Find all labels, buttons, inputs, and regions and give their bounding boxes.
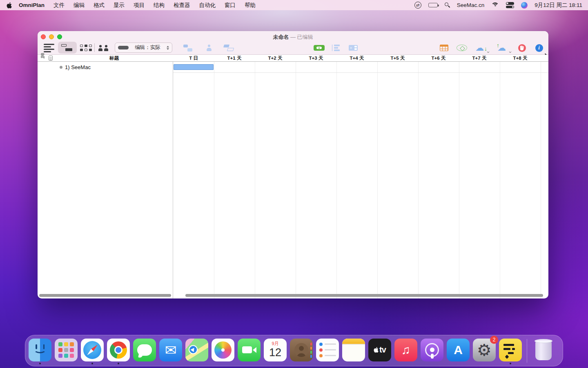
split-task-button[interactable]: » [347,42,359,54]
messages-icon [133,339,156,361]
menu-format[interactable]: 格式 [89,2,109,9]
control-center-icon[interactable] [506,2,514,8]
gantt-col-header-5[interactable]: T+5 天 [377,55,418,61]
gantt-gridline [541,55,541,298]
zoom-window-button[interactable] [57,34,62,39]
document-edited-status: — 已编辑 [290,34,313,40]
menu-file[interactable]: 文件 [49,2,69,9]
gantt-col-header-3[interactable]: T+3 天 [296,55,336,61]
trash-icon [535,339,552,361]
gantt-col-header-2[interactable]: T+2 天 [255,55,296,61]
group-button[interactable] [330,42,342,54]
dock-item-facetime[interactable] [238,337,261,364]
publish-upload-button[interactable]: ↑☁ [497,42,509,54]
menu-window[interactable]: 窗口 [220,2,240,9]
gantt-col-header-0[interactable]: T 日 [173,55,214,61]
sync-download-button[interactable]: ☁↓ [475,42,487,54]
view-resources-button[interactable] [98,42,109,54]
dock-item-system-preferences[interactable]: ⚙ 2 [473,337,496,364]
dock-item-music[interactable]: ♫ [394,337,417,364]
dock-item-calendar[interactable]: 9月 12 [264,337,287,364]
notes-column-icon[interactable] [49,56,53,61]
dock-item-reminders[interactable] [316,337,339,364]
violations-button[interactable] [456,42,468,54]
gantt-task-bar[interactable] [174,64,214,70]
inspector-info-button[interactable]: i [533,42,545,54]
dock-item-finder[interactable] [29,337,51,364]
toolbar-divider [94,43,95,52]
gantt-col-header-1[interactable]: T+1 天 [214,55,255,61]
dock-item-messages[interactable] [133,337,156,364]
gantt-gridline [377,55,378,298]
outline-horizontal-scrollbar[interactable] [39,294,171,297]
dock-item-launchpad[interactable] [55,337,78,364]
siri-icon[interactable] [521,2,528,9]
battery-icon[interactable] [428,3,438,7]
document-title: 未命名 [273,34,289,40]
task-title[interactable]: SeeMac [71,64,91,70]
group-icon [332,45,340,51]
dock-item-app-store[interactable]: A [447,337,470,364]
minimize-button[interactable] [49,34,54,39]
apple-menu[interactable] [4,2,14,9]
input-switch-icon[interactable]: ⇄ [414,2,421,9]
close-button[interactable] [41,34,46,39]
dock-item-safari[interactable] [81,337,104,364]
calendar-icon: 9月 12 [264,339,287,361]
window-title: 未命名 — 已编辑 [38,34,548,41]
view-outline-button[interactable] [43,42,55,54]
omniplan-icon [499,339,522,361]
menu-clock[interactable]: 9月12日 周二 18:11 [535,2,582,9]
gantt-col-header-4[interactable]: T+4 天 [336,55,377,61]
vpn-status-label[interactable]: SeeMac.cn [457,2,485,8]
dropdown-chevrons-icon [167,46,169,50]
notification-badge: 2 [490,336,498,344]
gantt-col-header-6[interactable]: T+6 天 [418,55,459,61]
task-row[interactable]: 1) SeeMac [38,62,173,72]
wifi-icon[interactable] [491,2,499,8]
menu-app-name[interactable]: OmniPlan [14,2,49,8]
menu-help[interactable]: 帮助 [240,2,260,9]
leveling-button[interactable] [223,42,234,54]
columns-table-icon [440,45,448,51]
chrome-icon [107,339,130,361]
dock-item-podcasts[interactable] [421,337,443,364]
dock-item-maps[interactable] [185,337,208,364]
gantt-col-header-8[interactable]: T+8 天 [500,55,541,61]
custom-columns-button[interactable] [438,42,450,54]
dock-item-omniplan[interactable] [499,337,522,364]
edit-mode-dropdown[interactable]: 编辑：实际 [115,43,172,53]
menu-edit[interactable]: 编辑 [69,2,89,9]
stop-hand-icon [518,44,526,52]
running-indicator [510,363,511,364]
outline-view-icon [44,44,54,52]
assign-resource-button[interactable] [203,42,215,54]
photos-icon [212,339,234,361]
dock-item-notes[interactable] [342,337,365,364]
dock-item-photos[interactable] [212,337,234,364]
dock-item-tv[interactable]: tv [368,337,391,364]
menu-structure[interactable]: 结构 [149,2,169,9]
spotlight-search-icon[interactable] [445,2,450,8]
dock-item-chrome[interactable] [107,337,130,364]
outline-header-title[interactable]: 标题 [56,55,173,61]
dock-item-mail[interactable]: ✉ [159,337,182,364]
gantt-col-header-7[interactable]: T+7 天 [459,55,500,61]
desktop-wallpaper: OmniPlan 文件 编辑 格式 显示 项目 结构 检查器 自动化 窗口 帮助… [0,0,588,368]
menu-project[interactable]: 项目 [129,2,149,9]
level-resources-button[interactable] [313,42,325,54]
pane-separator[interactable] [173,55,173,298]
gantt-gridline [336,55,337,298]
calendar-day: 12 [269,347,281,359]
view-gantt-button[interactable] [58,42,77,54]
stop-button[interactable] [516,42,528,54]
menu-view[interactable]: 显示 [109,2,129,9]
connect-tasks-button[interactable] [182,42,194,54]
dock-item-trash[interactable] [532,337,555,364]
menu-automation[interactable]: 自动化 [195,2,220,9]
view-network-button[interactable] [79,42,93,54]
dock-item-contacts[interactable] [290,337,313,364]
menu-inspector[interactable]: 检查器 [169,2,195,9]
gantt-horizontal-scrollbar[interactable] [185,294,543,297]
cloud-download-icon: ☁↓ [475,44,487,52]
